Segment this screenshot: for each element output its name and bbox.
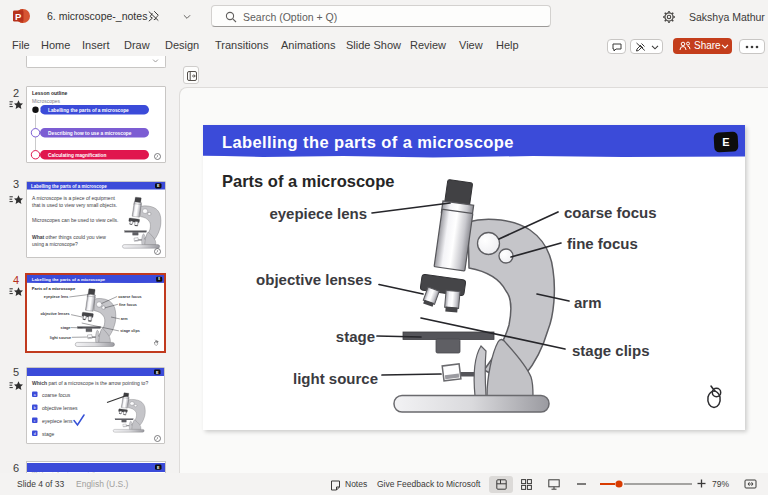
svg-text:Lesson outline: Lesson outline	[32, 90, 68, 96]
svg-text:stage: stage	[42, 431, 54, 437]
svg-text:c: c	[34, 419, 36, 423]
svg-text:Microscopes: Microscopes	[32, 98, 61, 104]
svg-text:E: E	[157, 184, 160, 188]
svg-text:What other things could you vi: What other things could you view	[32, 234, 106, 240]
svg-text:that is used to view very smal: that is used to view very small objects.	[32, 202, 117, 208]
svg-text:P: P	[15, 11, 22, 22]
svg-text:objective lenses: objective lenses	[42, 405, 78, 411]
svg-text:Labelling the parts of a micro: Labelling the parts of a microscope	[31, 184, 107, 189]
svg-text:Labelling the parts of a micro: Labelling the parts of a microscope	[48, 108, 129, 113]
svg-text:Calculating magnification: Calculating magnification	[48, 153, 106, 158]
svg-text:E: E	[156, 371, 159, 375]
svg-text:a: a	[34, 393, 36, 397]
svg-text:Describing how to use a micros: Describing how to use a microscope	[48, 131, 132, 136]
svg-text:E: E	[157, 466, 160, 470]
svg-text:coarse focus: coarse focus	[42, 392, 71, 398]
svg-text:eyepiece lens: eyepiece lens	[42, 418, 73, 424]
svg-text:d: d	[34, 432, 36, 436]
svg-text:A microscope is a piece of equ: A microscope is a piece of equipment	[32, 195, 115, 201]
svg-text:Microscopes can be used to vie: Microscopes can be used to view cells.	[32, 217, 118, 223]
svg-text:using a microscope?: using a microscope?	[32, 241, 78, 247]
svg-text:Which part of a microscope is: Which part of a microscope is the arrow …	[32, 380, 148, 386]
svg-text:b: b	[34, 406, 36, 410]
